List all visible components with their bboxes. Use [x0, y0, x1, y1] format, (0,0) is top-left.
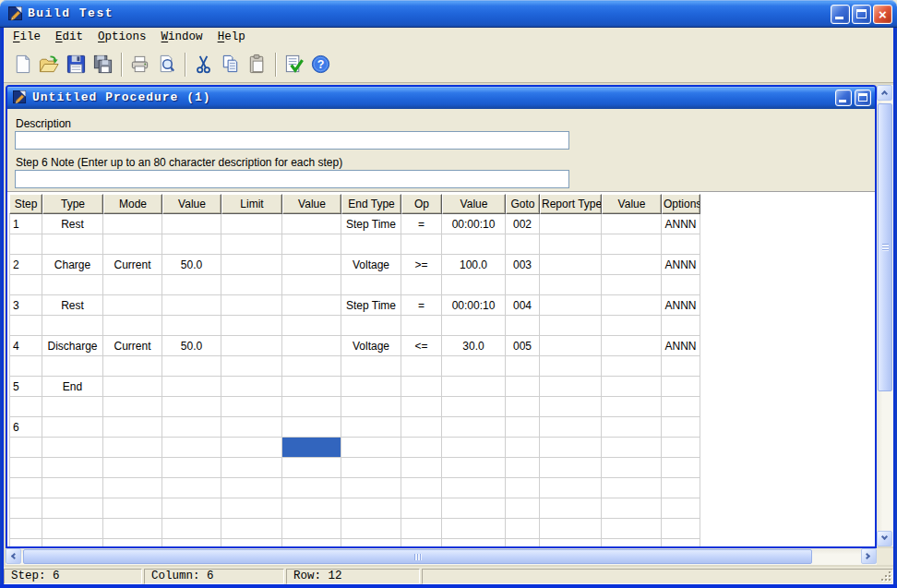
save-all-button[interactable]	[90, 51, 116, 78]
grid-cell[interactable]	[162, 478, 221, 498]
grid-cell[interactable]	[602, 214, 662, 234]
grid-cell[interactable]	[221, 458, 282, 478]
grid-cell[interactable]	[442, 356, 506, 377]
grid-cell[interactable]	[42, 316, 103, 336]
grid-cell[interactable]	[282, 519, 341, 539]
grid-cell[interactable]	[9, 498, 42, 519]
grid-cell[interactable]	[540, 498, 602, 519]
grid-cell[interactable]	[341, 316, 401, 336]
grid-cell[interactable]: Current	[103, 336, 162, 356]
grid-cell[interactable]	[341, 275, 401, 295]
grid-cell[interactable]	[103, 539, 162, 546]
grid-cell[interactable]	[540, 519, 602, 539]
grid-cell[interactable]	[401, 519, 442, 539]
grid-cell[interactable]	[282, 377, 341, 397]
grid-cell[interactable]	[401, 417, 442, 438]
grid-cell[interactable]	[282, 478, 341, 498]
grid-cell[interactable]: 00:00:10	[442, 214, 506, 234]
cut-button[interactable]	[190, 51, 217, 78]
menu-item-file[interactable]: File	[8, 30, 45, 44]
grid-cell[interactable]: 100.0	[442, 255, 506, 275]
grid-cell[interactable]: 30.0	[442, 336, 506, 356]
grid-cell[interactable]	[442, 438, 506, 458]
grid-cell[interactable]	[103, 275, 162, 295]
grid-cell[interactable]	[506, 356, 540, 377]
vertical-scrollbar[interactable]	[877, 85, 893, 546]
grid-cell[interactable]	[662, 417, 700, 438]
grid-cell[interactable]	[506, 377, 540, 397]
grid-cell[interactable]	[602, 295, 662, 316]
grid-cell[interactable]	[506, 438, 540, 458]
grid-cell[interactable]	[540, 316, 602, 336]
grid-cell[interactable]: Step Time	[341, 214, 401, 234]
grid-cell[interactable]	[602, 539, 662, 546]
grid-cell[interactable]	[282, 397, 341, 417]
grid-cell[interactable]	[9, 458, 42, 478]
grid-cell[interactable]	[9, 519, 42, 539]
grid-cell[interactable]	[103, 478, 162, 498]
grid-cell[interactable]: =	[401, 295, 442, 316]
grid-cell[interactable]	[662, 275, 700, 295]
grid-cell[interactable]	[401, 377, 442, 397]
grid-cell[interactable]: 005	[506, 336, 540, 356]
scroll-right-button[interactable]	[861, 548, 877, 564]
grid-cell[interactable]	[42, 478, 103, 498]
grid-cell[interactable]	[506, 234, 540, 255]
grid-cell[interactable]: Voltage	[341, 336, 401, 356]
grid-cell[interactable]	[506, 539, 540, 546]
grid-cell[interactable]	[540, 438, 602, 458]
grid-cell[interactable]	[602, 356, 662, 377]
save-button[interactable]	[63, 51, 90, 78]
scroll-left-button[interactable]	[6, 548, 21, 564]
grid-cell[interactable]	[103, 438, 162, 458]
grid-cell[interactable]	[221, 255, 282, 275]
grid-cell[interactable]	[341, 234, 401, 255]
print-preview-button[interactable]	[153, 51, 180, 78]
grid-cell[interactable]	[282, 234, 341, 255]
grid-cell[interactable]	[282, 214, 341, 234]
grid-cell[interactable]	[540, 539, 602, 546]
print-button[interactable]	[126, 51, 153, 78]
grid-cell[interactable]	[506, 316, 540, 336]
grid-cell[interactable]	[662, 539, 700, 546]
grid-cell[interactable]	[602, 417, 662, 438]
grid-cell[interactable]	[662, 316, 700, 336]
grid-cell[interactable]	[42, 417, 103, 438]
grid-cell[interactable]	[9, 316, 42, 336]
grid-cell[interactable]	[540, 397, 602, 417]
grid-cell[interactable]	[282, 255, 341, 275]
grid-cell[interactable]	[341, 397, 401, 417]
grid-cell[interactable]: Discharge	[42, 336, 103, 356]
grid-cell[interactable]	[282, 539, 341, 546]
grid-cell[interactable]	[506, 275, 540, 295]
grid-cell[interactable]	[602, 397, 662, 417]
grid-cell[interactable]	[442, 275, 506, 295]
grid-cell[interactable]	[442, 498, 506, 519]
grid-cell[interactable]	[221, 356, 282, 377]
grid-cell[interactable]: 50.0	[162, 336, 221, 356]
grid-cell[interactable]: ANNN	[662, 214, 700, 234]
grid-cell[interactable]: 1	[9, 214, 42, 234]
grid-cell[interactable]	[42, 458, 103, 478]
grid-cell[interactable]	[442, 417, 506, 438]
grid-cell[interactable]	[162, 275, 221, 295]
grid-cell[interactable]: ANNN	[662, 295, 700, 316]
grid-cell[interactable]: >=	[401, 255, 442, 275]
grid-cell[interactable]	[9, 275, 42, 295]
grid-cell[interactable]	[602, 458, 662, 478]
grid-cell[interactable]	[662, 478, 700, 498]
grid-cell[interactable]	[282, 458, 341, 478]
grid-cell[interactable]	[341, 356, 401, 377]
minimize-button[interactable]	[831, 5, 850, 24]
grid-cell[interactable]	[540, 356, 602, 377]
grid-cell[interactable]	[540, 214, 602, 234]
grid-cell[interactable]	[103, 417, 162, 438]
grid-cell[interactable]	[103, 519, 162, 539]
grid-cell[interactable]	[103, 498, 162, 519]
grid-cell[interactable]	[401, 316, 442, 336]
step-note-input[interactable]	[15, 170, 569, 188]
grid-cell[interactable]	[42, 275, 103, 295]
grid-cell[interactable]	[602, 377, 662, 397]
grid-cell[interactable]	[506, 498, 540, 519]
grid-cell[interactable]	[602, 498, 662, 519]
